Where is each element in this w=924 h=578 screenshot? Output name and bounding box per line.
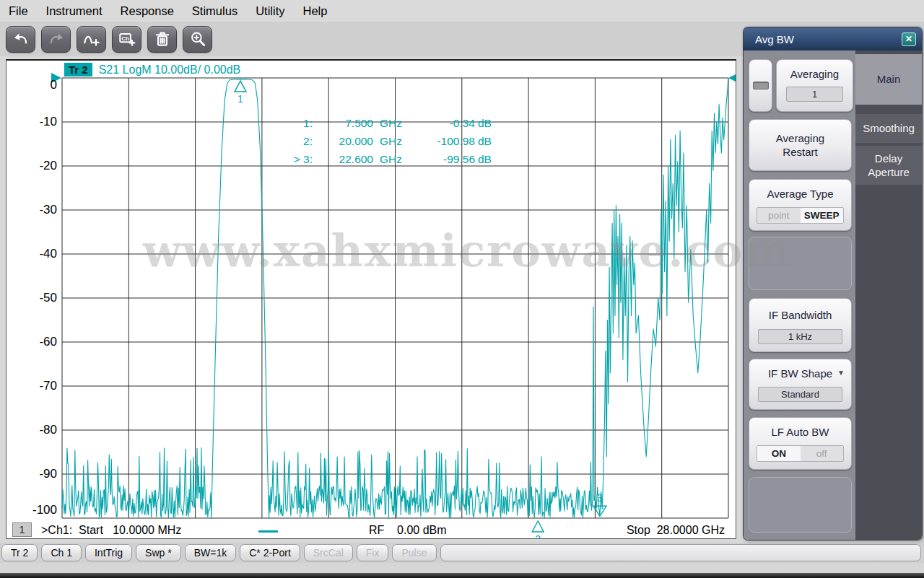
measurement-display[interactable]: Tr 2 S21 LogM 10.00dB/ 0.00dB 0-10-20-30… bbox=[6, 59, 736, 539]
task-tab-pulse: Pulse bbox=[392, 544, 436, 561]
trace-badge[interactable]: Tr 2 bbox=[64, 63, 92, 76]
marker-3-value_unit: dB bbox=[478, 153, 492, 166]
marker-1-value: -0.34 bbox=[413, 117, 475, 130]
empty-softkey-2 bbox=[749, 477, 852, 533]
task-tab-fix: Fix bbox=[357, 544, 389, 561]
y-axis-label: 0 bbox=[6, 78, 57, 92]
marker-2-value_unit: dB bbox=[478, 135, 492, 148]
bottom-edge bbox=[0, 573, 924, 578]
marker-readout-row-3: > 3:22.600GHz-99.56dB bbox=[256, 150, 492, 168]
stop-frequency-status: Stop 28.0000 GHz bbox=[627, 524, 725, 537]
average-type-option-point[interactable]: point bbox=[757, 208, 801, 223]
panel-title-bar[interactable]: Avg BW ✕ bbox=[744, 27, 922, 51]
marker-3-freq: 22.600 bbox=[313, 153, 373, 166]
task-tab-bw-1k[interactable]: BW=1k bbox=[185, 544, 237, 561]
marker-3-freq_unit: GHz bbox=[380, 153, 413, 166]
marker-3-number: 3 bbox=[597, 492, 603, 504]
delete-button[interactable] bbox=[147, 26, 177, 53]
tab-delay-aperture[interactable]: Delay Aperture bbox=[855, 146, 922, 185]
marker-3-label: > 3: bbox=[256, 153, 313, 166]
average-type-segmented: point SWEEP bbox=[757, 207, 844, 224]
reference-level-marker-right bbox=[728, 73, 736, 83]
marker-3-value: -99.56 bbox=[413, 153, 475, 166]
menu-bar: FileInstrumentResponseStimulusUtilityHel… bbox=[0, 0, 924, 22]
menu-item-utility[interactable]: Utility bbox=[254, 3, 286, 19]
add-channel-icon: Ch bbox=[118, 30, 136, 48]
task-tab-ch-1[interactable]: Ch 1 bbox=[41, 544, 82, 561]
y-axis-label: -20 bbox=[6, 159, 57, 173]
marker-2-freq_unit: GHz bbox=[380, 135, 413, 148]
zoom-button[interactable] bbox=[183, 26, 212, 53]
menu-item-file[interactable]: File bbox=[7, 3, 30, 19]
average-type-button[interactable]: Average Type point SWEEP bbox=[749, 179, 852, 231]
tab-main[interactable]: Main bbox=[855, 54, 922, 105]
y-axis-label: -100 bbox=[6, 503, 57, 517]
trace-measurement-label: S21 LogM 10.00dB/ 0.00dB bbox=[99, 64, 241, 76]
marker-2-label: 2: bbox=[256, 135, 313, 148]
averaging-value-field[interactable]: 1 bbox=[786, 87, 843, 102]
trace-color-legend-dash bbox=[258, 530, 278, 533]
task-tab-tr-2[interactable]: Tr 2 bbox=[1, 544, 38, 561]
rf-power-status: RF 0.00 dBm bbox=[369, 524, 447, 537]
add-trace-button[interactable] bbox=[77, 26, 106, 53]
add-trace-icon bbox=[82, 30, 101, 48]
panel-title: Avg BW bbox=[755, 33, 794, 45]
y-axis-label: -50 bbox=[6, 291, 57, 305]
avg-bw-panel: Avg BW ✕ MainSmoothingDelay Aperture Ave… bbox=[744, 27, 922, 540]
task-tab-swp-[interactable]: Swp * bbox=[136, 544, 181, 561]
marker-1-freq_unit: GHz bbox=[380, 117, 413, 130]
tab-smoothing[interactable]: Smoothing bbox=[855, 114, 922, 143]
marker-1-label: 1: bbox=[256, 117, 313, 130]
lf-auto-bw-segmented: ON off bbox=[757, 445, 844, 462]
bottom-strip bbox=[0, 563, 924, 573]
lf-auto-bw-button[interactable]: LF Auto BW ON off bbox=[749, 417, 852, 470]
if-bandwidth-label: IF Bandwidth bbox=[749, 309, 851, 321]
task-tab-c-2-port[interactable]: C* 2-Port bbox=[240, 544, 300, 561]
menu-item-stimulus[interactable]: Stimulus bbox=[191, 3, 239, 19]
task-tab-empty bbox=[440, 544, 922, 561]
marker-2-value: -100.98 bbox=[413, 135, 475, 148]
averaging-restart-button[interactable]: Averaging Restart bbox=[749, 119, 852, 171]
marker-2-triangle[interactable] bbox=[532, 521, 544, 532]
y-axis-label: -60 bbox=[6, 335, 57, 349]
lf-auto-bw-option-on[interactable]: ON bbox=[757, 446, 801, 461]
if-bandwidth-value-field[interactable]: 1 kHz bbox=[758, 329, 842, 344]
marker-1-freq: 7.500 bbox=[313, 117, 373, 130]
add-channel-button[interactable]: Ch bbox=[112, 26, 141, 53]
marker-1-triangle[interactable] bbox=[235, 81, 246, 92]
averaging-restart-line2: Restart bbox=[783, 145, 817, 159]
averaging-toggle-button[interactable] bbox=[749, 59, 772, 112]
marker-1-value_unit: dB bbox=[478, 117, 492, 130]
averaging-button[interactable]: Averaging 1 bbox=[776, 59, 853, 112]
panel-body: MainSmoothingDelay Aperture Averaging 1 … bbox=[744, 51, 922, 540]
undo-icon bbox=[12, 30, 30, 48]
y-axis-label: -90 bbox=[6, 467, 57, 481]
led-indicator bbox=[753, 82, 769, 89]
lf-auto-bw-label: LF Auto BW bbox=[749, 426, 851, 438]
y-axis-label: -10 bbox=[6, 115, 57, 129]
marker-readout: 1:7.500GHz-0.34dB2:20.000GHz-100.98dB> 3… bbox=[256, 114, 492, 168]
marker-readout-row-2: 2:20.000GHz-100.98dB bbox=[256, 132, 492, 150]
y-axis-label: -70 bbox=[6, 379, 57, 393]
y-axis-label: -80 bbox=[6, 423, 57, 437]
average-type-label: Average Type bbox=[749, 188, 851, 200]
if-bw-shape-button[interactable]: IF BW Shape ▼ Standard bbox=[749, 359, 852, 410]
if-bw-shape-value-field[interactable]: Standard bbox=[758, 387, 842, 402]
task-tab-srccal: SrcCal bbox=[304, 544, 353, 561]
trace-header[interactable]: Tr 2 S21 LogM 10.00dB/ 0.00dB bbox=[64, 63, 240, 76]
menu-item-help[interactable]: Help bbox=[301, 3, 328, 19]
task-tab-inttrig[interactable]: IntTrig bbox=[85, 544, 132, 561]
if-bandwidth-button[interactable]: IF Bandwidth 1 kHz bbox=[749, 298, 852, 352]
undo-button[interactable] bbox=[6, 26, 35, 53]
lf-auto-bw-option-off[interactable]: off bbox=[801, 446, 844, 461]
menu-item-response[interactable]: Response bbox=[119, 3, 175, 19]
channel-start-status: >Ch1: Start 10.0000 MHz bbox=[41, 524, 181, 537]
channel-1-badge: 1 bbox=[12, 522, 32, 537]
marker-1-number: 1 bbox=[237, 93, 243, 105]
close-icon[interactable]: ✕ bbox=[902, 32, 916, 46]
menu-item-instrument[interactable]: Instrument bbox=[45, 3, 104, 19]
average-type-option-sweep[interactable]: SWEEP bbox=[801, 208, 844, 223]
status-taskbar: Tr 2Ch 1IntTrigSwp *BW=1kC* 2-PortSrcCal… bbox=[0, 543, 924, 563]
averaging-restart-line1: Averaging bbox=[776, 131, 824, 146]
redo-icon bbox=[47, 30, 66, 48]
